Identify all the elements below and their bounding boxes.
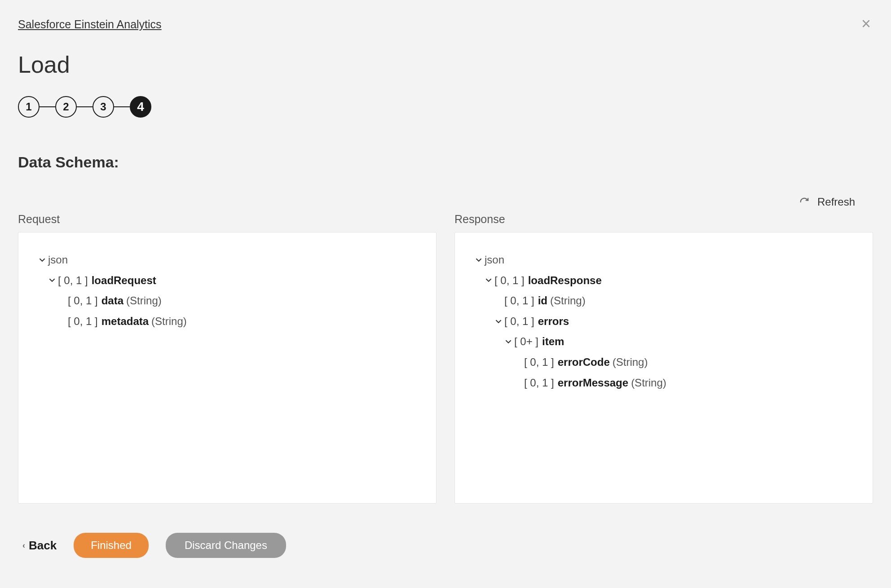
- response-panel: json [ 0, 1 ] loadResponse [ 0, 1 ] id (…: [454, 232, 873, 504]
- section-title: Data Schema:: [18, 154, 873, 171]
- cardinality: [ 0, 1 ]: [58, 270, 88, 291]
- cardinality: [ 0, 1 ]: [504, 311, 534, 332]
- finished-button[interactable]: Finished: [74, 533, 149, 558]
- step-connector: [114, 106, 130, 107]
- cardinality: [ 0, 1 ]: [68, 290, 98, 311]
- discard-changes-button[interactable]: Discard Changes: [166, 533, 286, 558]
- tree-node-errormessage[interactable]: [ 0, 1 ] errorMessage (String): [473, 373, 855, 393]
- request-label: Request: [18, 213, 437, 226]
- field-type: (String): [613, 352, 648, 373]
- tree-node-label: json: [485, 250, 504, 270]
- cardinality: [ 0, 1 ]: [68, 311, 98, 332]
- chevron-down-icon: [36, 257, 48, 263]
- back-button[interactable]: ‹ Back: [22, 539, 57, 553]
- cardinality: [ 0, 1 ]: [524, 373, 554, 393]
- tree-node-loadrequest[interactable]: [ 0, 1 ] loadRequest: [36, 270, 418, 291]
- step-2[interactable]: 2: [55, 96, 77, 118]
- tree-node-item[interactable]: [ 0+ ] item: [473, 331, 855, 352]
- tree-node-id[interactable]: [ 0, 1 ] id (String): [473, 290, 855, 311]
- step-connector: [40, 106, 55, 107]
- page-title: Load: [18, 51, 873, 78]
- refresh-icon: [799, 197, 809, 207]
- step-1[interactable]: 1: [18, 96, 40, 118]
- chevron-down-icon: [493, 318, 504, 325]
- chevron-down-icon: [46, 277, 58, 283]
- response-label: Response: [454, 213, 873, 226]
- field-type: (String): [631, 373, 666, 393]
- chevron-down-icon: [483, 277, 494, 283]
- field-name: errors: [538, 311, 569, 332]
- tree-node-json[interactable]: json: [473, 250, 855, 270]
- field-name: errorMessage: [558, 373, 628, 393]
- field-type: (String): [151, 311, 187, 332]
- close-icon[interactable]: ×: [861, 16, 871, 32]
- field-name: item: [542, 331, 564, 352]
- step-connector: [77, 106, 93, 107]
- refresh-label: Refresh: [817, 196, 855, 208]
- cardinality: [ 0, 1 ]: [494, 270, 525, 291]
- chevron-left-icon: ‹: [22, 541, 25, 550]
- refresh-button[interactable]: Refresh: [799, 196, 855, 208]
- breadcrumb-link[interactable]: Salesforce Einstein Analytics: [18, 18, 162, 31]
- field-type: (String): [126, 290, 162, 311]
- tree-node-metadata[interactable]: [ 0, 1 ] metadata (String): [36, 311, 418, 332]
- chevron-down-icon: [473, 257, 485, 263]
- field-name: errorCode: [558, 352, 610, 373]
- tree-node-errors[interactable]: [ 0, 1 ] errors: [473, 311, 855, 332]
- step-4[interactable]: 4: [130, 96, 151, 118]
- cardinality: [ 0, 1 ]: [504, 290, 534, 311]
- field-name: loadResponse: [528, 270, 602, 291]
- tree-node-data[interactable]: [ 0, 1 ] data (String): [36, 290, 418, 311]
- back-label: Back: [29, 539, 57, 553]
- field-type: (String): [550, 290, 586, 311]
- field-name: loadRequest: [92, 270, 156, 291]
- tree-node-json[interactable]: json: [36, 250, 418, 270]
- cardinality: [ 0+ ]: [514, 331, 538, 352]
- request-panel: json [ 0, 1 ] loadRequest [ 0, 1 ] data …: [18, 232, 437, 504]
- cardinality: [ 0, 1 ]: [524, 352, 554, 373]
- field-name: data: [101, 290, 124, 311]
- stepper: 1 2 3 4: [18, 96, 873, 118]
- tree-node-label: json: [48, 250, 68, 270]
- field-name: metadata: [101, 311, 149, 332]
- tree-node-errorcode[interactable]: [ 0, 1 ] errorCode (String): [473, 352, 855, 373]
- field-name: id: [538, 290, 547, 311]
- step-3[interactable]: 3: [93, 96, 114, 118]
- chevron-down-icon: [503, 338, 514, 345]
- tree-node-loadresponse[interactable]: [ 0, 1 ] loadResponse: [473, 270, 855, 291]
